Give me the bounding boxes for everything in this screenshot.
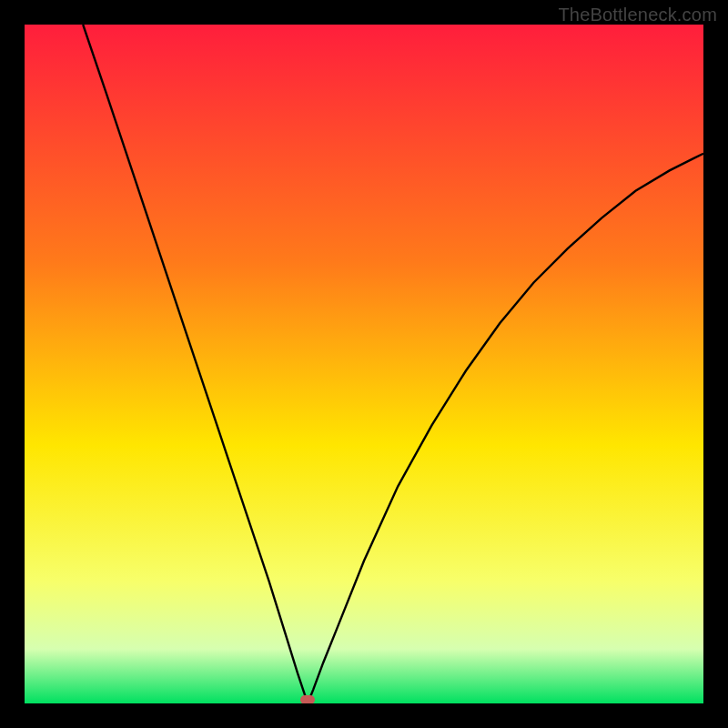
plot-area	[25, 25, 703, 703]
watermark-text: TheBottleneck.com	[558, 5, 717, 25]
optimal-point-marker	[300, 695, 315, 703]
chart-frame: TheBottleneck.com	[0, 0, 728, 728]
curve-right-branch	[308, 154, 703, 703]
bottleneck-curve	[25, 25, 703, 703]
curve-left-branch	[83, 25, 308, 703]
